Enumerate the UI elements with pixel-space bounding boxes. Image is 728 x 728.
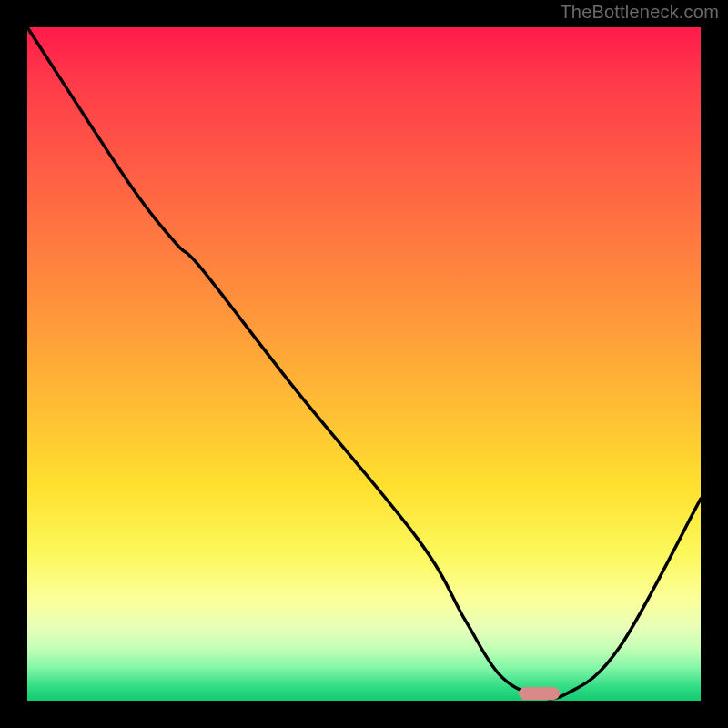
watermark-text: TheBottleneck.com [560,2,719,23]
bottleneck-curve [27,27,701,701]
plot-area [27,27,701,701]
optimal-point-marker [519,687,559,700]
chart-frame: TheBottleneck.com [0,0,728,728]
